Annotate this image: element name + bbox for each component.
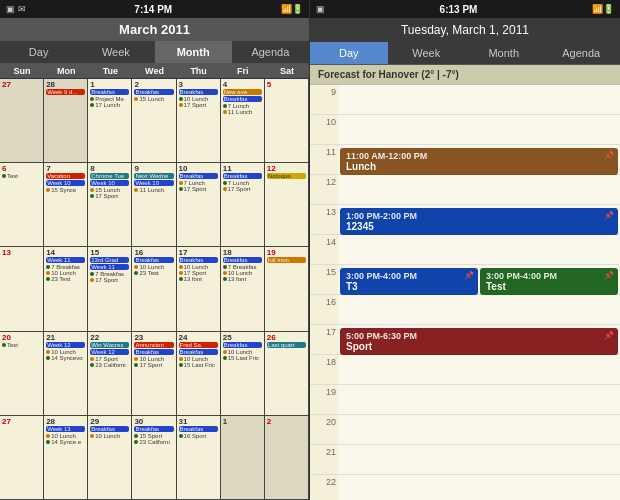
event-sport[interactable]: 5:00 PM-6:30 PM Sport 📌 bbox=[340, 328, 618, 355]
cell-mar5[interactable]: 5 bbox=[265, 79, 309, 162]
event-bar: Week 12 bbox=[90, 349, 129, 355]
cell-mar3[interactable]: 3 Breakfas 10 Lunch 17 Sport bbox=[177, 79, 221, 162]
tab-month-right[interactable]: Month bbox=[465, 42, 543, 64]
right-view-tabs: Day Week Month Agenda bbox=[310, 42, 620, 65]
cal-week-2: 6 Test 7 Vacation Week 10 15 Synce 8 Chr… bbox=[0, 163, 309, 247]
event-bar: Week 12 bbox=[46, 342, 85, 348]
cell-apr2[interactable]: 2 bbox=[265, 416, 309, 499]
date-num: 3 bbox=[179, 80, 218, 89]
dot-event: 23 Test bbox=[46, 276, 85, 282]
event-lunch[interactable]: 11:00 AM-12:00 PM Lunch 📌 bbox=[340, 148, 618, 175]
cell-mar21[interactable]: 21 Week 12 10 Lunch 14 Syncevo bbox=[44, 332, 88, 415]
date-num: 24 bbox=[179, 333, 218, 342]
cell-mar1[interactable]: 1 Breakfas Project Me 17 Lunch bbox=[88, 79, 132, 162]
time-events: 5:00 PM-6:30 PM Sport 📌 bbox=[338, 325, 620, 354]
event-t3[interactable]: 3:00 PM-4:00 PM T3 📌 bbox=[340, 268, 478, 295]
day-header-sun: Sun bbox=[0, 64, 44, 78]
cell-mar30[interactable]: 30 Breakfas 15 Sport 23 Californi bbox=[132, 416, 176, 499]
event-title: T3 bbox=[346, 281, 472, 292]
date-num: 5 bbox=[267, 80, 306, 89]
right-battery-icon: 📶🔋 bbox=[592, 4, 614, 14]
pin-icon: 📌 bbox=[604, 211, 614, 220]
cell-mar29[interactable]: 29 Breakfas 10 Lunch bbox=[88, 416, 132, 499]
cell-mar15[interactable]: 15 13rd Grad Week 11 7 Breakfas 17 Sport bbox=[88, 247, 132, 330]
day-header-wed: Wed bbox=[132, 64, 176, 78]
event-12345[interactable]: 1:00 PM-2:00 PM 12345 📌 bbox=[340, 208, 618, 235]
cell-mar7[interactable]: 7 Vacation Week 10 15 Synce bbox=[44, 163, 88, 246]
cell-mar12[interactable]: 12 Notoque. bbox=[265, 163, 309, 246]
cell-mar10[interactable]: 10 Breakfas 7 Lunch 17 Sport bbox=[177, 163, 221, 246]
day-header-thu: Thu bbox=[177, 64, 221, 78]
cell-mar8[interactable]: 8 Chrome Tue Week 10 15 Lunch 17 Sport bbox=[88, 163, 132, 246]
cell-mar17[interactable]: 17 Breakfas 10 Lunch 17 Sport 13 font bbox=[177, 247, 221, 330]
dot-event: 11 Lunch bbox=[223, 109, 262, 115]
cell-feb28[interactable]: 28 Week 9 d... bbox=[44, 79, 88, 162]
time-label: 18 bbox=[310, 355, 338, 384]
event-bar: Next Wedne bbox=[134, 173, 173, 179]
day-header-sat: Sat bbox=[265, 64, 309, 78]
cell-mar24[interactable]: 24 Fred Sa Breakfas 10 Lunch 15 Last Fri… bbox=[177, 332, 221, 415]
event-bar: Annuncion bbox=[134, 342, 173, 348]
right-status-bar: ▣ 6:13 PM 📶🔋 bbox=[310, 0, 620, 18]
dot-event: 17 Sport bbox=[90, 193, 129, 199]
cell-mar14[interactable]: 14 Week 11 7 Breakfas 10 Lunch 23 Test bbox=[44, 247, 88, 330]
cell-mar16[interactable]: 16 Breakfas 10 Lunch 23 Test bbox=[132, 247, 176, 330]
tab-month-left[interactable]: Month bbox=[155, 41, 232, 63]
left-status-left-icons: ▣ ✉ bbox=[6, 4, 26, 14]
cell-apr1[interactable]: 1 bbox=[221, 416, 265, 499]
cell-mar22[interactable]: 22 Win Wacres Week 12 17 Sport 23 Califo… bbox=[88, 332, 132, 415]
event-bar: Week 10 bbox=[134, 180, 173, 186]
cell-mar26[interactable]: 26 Last quart bbox=[265, 332, 309, 415]
event-bar: Breakfas bbox=[90, 89, 129, 95]
date-num: 2 bbox=[267, 417, 306, 426]
left-battery-icon: 📶🔋 bbox=[281, 4, 303, 14]
cell-mar9[interactable]: 9 Next Wedne Week 10 11 Lunch bbox=[132, 163, 176, 246]
right-status-time: 6:13 PM bbox=[440, 4, 478, 15]
time-slot-17: 17 5:00 PM-6:30 PM Sport 📌 bbox=[310, 325, 620, 355]
tab-agenda-left[interactable]: Agenda bbox=[232, 41, 309, 63]
dot-event: Test bbox=[2, 173, 41, 179]
event-test[interactable]: 3:00 PM-4:00 PM Test 📌 bbox=[480, 268, 618, 295]
event-bar: Week 13 bbox=[46, 426, 85, 432]
cell-mar2[interactable]: 2 Breakfas 15 Lunch bbox=[132, 79, 176, 162]
calendar-grid: 27 28 Week 9 d... 1 Breakfas Project Me … bbox=[0, 79, 309, 500]
day-header-mon: Mon bbox=[44, 64, 88, 78]
dot-event: 17 Sport bbox=[179, 102, 218, 108]
day-view[interactable]: Forecast for Hanover (2° | -7°) 9 10 11 … bbox=[310, 65, 620, 500]
tab-agenda-right[interactable]: Agenda bbox=[543, 42, 621, 64]
cell-mar4[interactable]: 4 New eve. Breakfas 7 Lunch 11 Lunch bbox=[221, 79, 265, 162]
time-slot-22: 22 bbox=[310, 475, 620, 500]
cell-mar19[interactable]: 19 full moo. bbox=[265, 247, 309, 330]
time-label: 22 bbox=[310, 475, 338, 500]
cell-mar11[interactable]: 11 Breakfas 7 Lunch 17 Sport bbox=[221, 163, 265, 246]
cell-mar18[interactable]: 18 Breakfas 7 Breakfas 10 Lunch 13 font bbox=[221, 247, 265, 330]
cell-mar23[interactable]: 23 Annuncion Breakfas 10 Lunch 17 Sport bbox=[132, 332, 176, 415]
dot-event: 14 Synce e bbox=[46, 439, 85, 445]
time-events bbox=[338, 85, 620, 114]
event-bar: Last quart bbox=[267, 342, 306, 348]
date-num: 13 bbox=[2, 248, 41, 257]
tab-week-left[interactable]: Week bbox=[77, 41, 154, 63]
dot-event: 10 Lunch bbox=[90, 433, 129, 439]
event-bar: Breakfas bbox=[134, 426, 173, 432]
split-events-container: 3:00 PM-4:00 PM T3 📌 3:00 PM-4:00 PM Tes… bbox=[340, 266, 618, 297]
time-label: 16 bbox=[310, 295, 338, 324]
dot-event: 17 Sport bbox=[90, 277, 129, 283]
cell-mar20[interactable]: 20 Test bbox=[0, 332, 44, 415]
cell-mar25[interactable]: 25 Breakfas 10 Lunch 15 Last Fric bbox=[221, 332, 265, 415]
cell-mar13[interactable]: 13 bbox=[0, 247, 44, 330]
cell-mar28[interactable]: 28 Week 13 10 Lunch 14 Synce e bbox=[44, 416, 88, 499]
cell-mar6[interactable]: 6 Test bbox=[0, 163, 44, 246]
event-title: 12345 bbox=[346, 221, 612, 232]
time-events bbox=[338, 385, 620, 414]
tab-day-left[interactable]: Day bbox=[0, 41, 77, 63]
tab-day-right[interactable]: Day bbox=[310, 42, 388, 64]
left-calendar-title: March 2011 bbox=[0, 18, 309, 41]
tab-week-right[interactable]: Week bbox=[388, 42, 466, 64]
cell-mar27[interactable]: 27 bbox=[0, 416, 44, 499]
dot-event: 17 Sport bbox=[179, 186, 218, 192]
cell-feb27[interactable]: 27 bbox=[0, 79, 44, 162]
left-status-bar: ▣ ✉ 7:14 PM 📶🔋 bbox=[0, 0, 309, 18]
time-label: 17 bbox=[310, 325, 338, 354]
cell-mar31[interactable]: 31 Breakfas 16 Sport bbox=[177, 416, 221, 499]
